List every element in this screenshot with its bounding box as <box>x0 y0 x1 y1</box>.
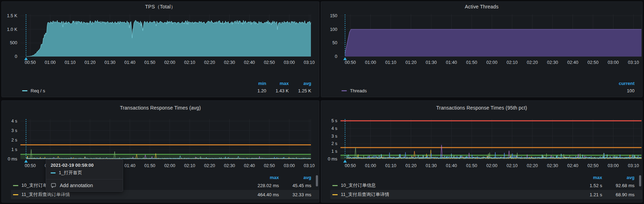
x-tick-label: 01:40 <box>442 163 461 168</box>
active-threads-chart[interactable] <box>340 14 642 61</box>
y-tick-label: 5 s <box>321 118 337 124</box>
y-tick-label: 3 s <box>321 133 337 139</box>
y-tick-label: 1 s <box>2 147 17 152</box>
legend-stat-value: 1.20 <box>244 88 266 93</box>
x-tick-label: 02:10 <box>503 163 522 168</box>
x-tick-label: 02:40 <box>240 60 259 65</box>
x-tick-label: 02:40 <box>240 163 259 168</box>
x-tick-label: 02:50 <box>260 163 279 168</box>
x-tick-label: 02:20 <box>523 60 542 65</box>
legend-row[interactable]: Req / s1.201.43 K1.25 K <box>18 87 319 94</box>
tooltip-timestamp: 2021-02-19 00:59:00 <box>46 159 123 168</box>
add-annotation-label: Add annotation <box>60 183 93 188</box>
x-tick-label: 02:30 <box>220 60 239 65</box>
x-tick-label: 01:40 <box>120 60 139 65</box>
legend-column-header[interactable]: avg <box>289 81 311 86</box>
series-color-dash <box>51 172 56 173</box>
x-tick-label: 02:10 <box>180 60 199 65</box>
x-tick-label: 02:30 <box>543 60 562 65</box>
legend-column-header[interactable]: current <box>606 81 635 86</box>
x-tick-label: 02:50 <box>260 60 279 65</box>
legend-column-header[interactable]: avg <box>602 175 635 180</box>
legend-scrollbar[interactable] <box>316 175 318 186</box>
x-tick-label: 01:30 <box>422 163 441 168</box>
x-tick-label: 03:00 <box>604 60 623 65</box>
x-tick-label: 01:40 <box>442 60 461 65</box>
x-tick-label: 01:00 <box>41 60 60 65</box>
panel-title[interactable]: Transactions Response Times (95th pct) <box>321 105 642 111</box>
y-tick-label: 100 <box>321 27 337 32</box>
x-tick-label: 01:40 <box>120 163 139 168</box>
legend-column-header[interactable]: avg <box>279 175 311 180</box>
y-tick-label: 0 <box>321 54 337 59</box>
series-label[interactable]: 11_支付后查询订单详情 <box>341 191 570 198</box>
tps-chart[interactable] <box>20 14 311 61</box>
legend-row[interactable]: Threads100 <box>337 87 642 94</box>
x-tick-label: 02:50 <box>584 163 602 168</box>
x-tick-label: 01:20 <box>402 60 421 65</box>
y-tick-label: 0 <box>2 54 17 59</box>
y-tick-label: 1.0 K <box>2 27 17 32</box>
series-label[interactable]: 11_支付后查询订单详情 <box>21 191 247 198</box>
legend-scrollbar[interactable] <box>639 175 641 186</box>
legend-row[interactable]: 11_支付后查询订单详情1.21 s68.90 ms <box>330 190 642 199</box>
x-tick-label: 02:10 <box>503 60 522 65</box>
y-tick-label: 4 s <box>2 118 17 124</box>
legend-header: minmaxavg <box>18 80 319 87</box>
panel-active-threads: Active Threads 050100150 00:5001:0001:10… <box>321 1 643 97</box>
y-tick-label: 500 <box>2 40 17 46</box>
legend-column-header[interactable]: max <box>247 175 279 180</box>
y-tick-label: 4 s <box>321 126 337 131</box>
y-tick-label: 0 ms <box>321 156 337 162</box>
x-tick-label: 02:00 <box>160 60 179 65</box>
legend: maxavg10_支付订单信息1.52 s92.68 ms11_支付后查询订单详… <box>330 174 642 199</box>
series-color-dash <box>332 194 338 195</box>
series-label[interactable]: Threads <box>350 88 606 93</box>
panel-title[interactable]: Active Threads <box>321 4 642 9</box>
tooltip-series-row: 1_打开首页 <box>46 168 123 179</box>
legend-stat-value: 100 <box>606 88 635 93</box>
x-tick-label: 00:50 <box>341 60 360 65</box>
x-tick-label: 02:20 <box>200 163 219 168</box>
legend-column-header[interactable]: max <box>570 175 602 180</box>
x-tick-label: 01:30 <box>101 60 120 65</box>
panel-title[interactable]: TPS（Total） <box>2 4 319 10</box>
panel-title[interactable]: Transactions Response Times (avg) <box>2 105 319 111</box>
x-tick-label: 00:50 <box>21 163 40 168</box>
x-tick-label: 03:10 <box>624 60 643 65</box>
comment-icon <box>51 183 56 188</box>
x-tick-label: 03:00 <box>280 60 299 65</box>
x-tick-label: 02:20 <box>523 163 542 168</box>
x-tick-label: 01:00 <box>361 163 380 168</box>
series-label[interactable]: 10_支付订单信息 <box>341 182 570 189</box>
y-tick-label: 150 <box>321 13 337 19</box>
grafana-dashboard: { "popover": { "timestamp": "2021-02-19 … <box>0 0 644 204</box>
panel-response-times-95th: Transactions Response Times (95th pct) 0… <box>321 100 643 203</box>
legend-row[interactable]: 10_支付订单信息1.52 s92.68 ms <box>330 181 642 190</box>
legend-stat-value: 32.33 ms <box>279 192 311 197</box>
x-tick-label: 02:20 <box>200 60 219 65</box>
x-tick-label: 01:30 <box>422 60 441 65</box>
y-tick-label: 2 s <box>2 137 17 143</box>
series-color-dash <box>342 90 347 91</box>
x-tick-label: 02:30 <box>543 163 562 168</box>
x-tick-label: 02:00 <box>483 163 502 168</box>
legend-stat-value: 1.43 K <box>266 88 289 93</box>
x-tick-label: 02:40 <box>563 60 582 65</box>
x-tick-label: 02:00 <box>160 163 179 168</box>
add-annotation-menu-item[interactable]: Add annotation <box>46 179 123 191</box>
series-color-dash <box>13 185 18 186</box>
y-tick-label: 50 <box>321 40 337 46</box>
legend-column-header[interactable]: min <box>244 81 266 86</box>
series-label[interactable]: Req / s <box>31 88 244 93</box>
legend-header: maxavg <box>330 174 642 181</box>
y-tick-label: 0 ms <box>2 156 17 162</box>
legend-column-header[interactable]: max <box>266 81 289 86</box>
response-times-avg-chart[interactable] <box>20 119 311 163</box>
x-tick-label: 01:10 <box>381 163 400 168</box>
x-tick-label: 03:10 <box>300 163 319 168</box>
x-tick-label: 00:50 <box>341 163 360 168</box>
x-tick-label: 01:20 <box>81 60 100 65</box>
response-times-95th-chart[interactable] <box>340 119 642 163</box>
x-tick-label: 01:50 <box>462 60 481 65</box>
